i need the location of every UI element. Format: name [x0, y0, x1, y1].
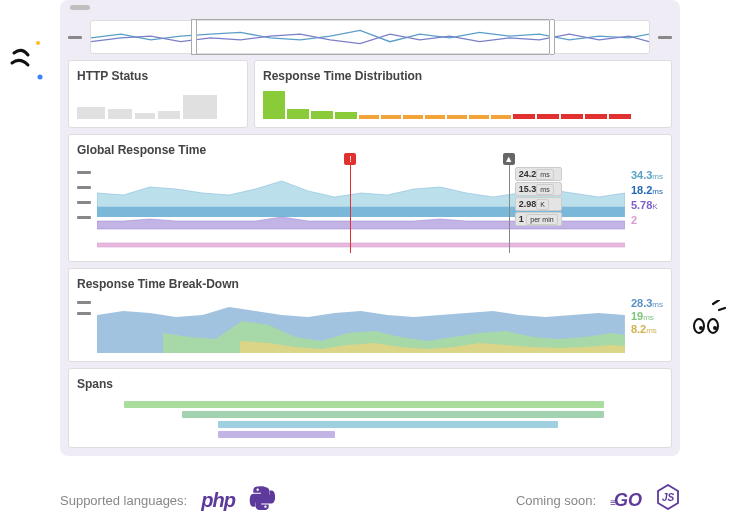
grt-value-3: 5.78K	[631, 199, 663, 211]
span-bar[interactable]	[218, 421, 558, 428]
grt-chart: ! ▲ 24.2ms 15.3ms 2.98K 1 per min	[97, 163, 625, 253]
rtbd-series-toggle-2[interactable]	[77, 312, 91, 315]
timeline-handle-left[interactable]	[191, 19, 197, 55]
rtbd-chart	[97, 297, 625, 353]
decorative-dots	[8, 35, 48, 89]
php-icon: php	[201, 489, 235, 512]
svg-point-3	[699, 326, 703, 330]
svg-point-1	[38, 75, 43, 80]
readout-2: 15.3ms	[515, 182, 562, 196]
timeline-toggle-right[interactable]	[658, 36, 672, 39]
alert-marker[interactable]: !	[350, 163, 351, 253]
http-status-panel: HTTP Status	[68, 60, 248, 128]
grt-series-toggle-4[interactable]	[77, 216, 91, 219]
span-bar[interactable]	[182, 411, 604, 418]
rtbd-title: Response Time Break-Down	[77, 277, 663, 291]
timeline-chart[interactable]	[90, 20, 650, 54]
grt-value-4: 2	[631, 214, 663, 226]
spans-chart	[77, 397, 663, 439]
resp-dist-title: Response Time Distribution	[263, 69, 663, 83]
timeline-handle-right[interactable]	[549, 19, 555, 55]
svg-point-0	[36, 41, 40, 45]
nodejs-icon: JS	[656, 484, 680, 516]
resp-dist-chart	[263, 89, 663, 119]
rtbd-value-1: 28.3ms	[631, 297, 663, 309]
coming-soon-label: Coming soon:	[516, 493, 596, 508]
grt-series-toggle-1[interactable]	[77, 171, 91, 174]
rtbd-value-2: 19ms	[631, 310, 663, 322]
response-time-distribution-panel: Response Time Distribution	[254, 60, 672, 128]
grt-series-toggle-3[interactable]	[77, 201, 91, 204]
svg-point-4	[708, 319, 718, 333]
rocket-icon: ▲	[503, 153, 515, 165]
spans-title: Spans	[77, 377, 663, 391]
grt-title: Global Response Time	[77, 143, 663, 157]
footer: Supported languages: php Coming soon: ≡G…	[60, 484, 680, 516]
grt-readout: 24.2ms 15.3ms 2.98K 1 per min	[515, 167, 562, 226]
dashboard-window: HTTP Status Response Time Distribution	[60, 0, 680, 456]
svg-point-5	[713, 326, 717, 330]
titlebar-pill	[70, 5, 90, 10]
response-time-breakdown-panel: Response Time Break-Down 28.3ms 19ms	[68, 268, 672, 362]
readout-4: 1 per min	[515, 212, 562, 226]
rtbd-series-toggle-1[interactable]	[77, 301, 91, 304]
grt-value-1: 34.3ms	[631, 169, 663, 181]
spans-panel: Spans	[68, 368, 672, 448]
grt-value-2: 18.2ms	[631, 184, 663, 196]
timeline-row	[60, 14, 680, 60]
deploy-marker[interactable]: ▲	[509, 163, 510, 253]
global-response-time-panel: Global Response Time !	[68, 134, 672, 262]
timeline-toggle-left[interactable]	[68, 36, 82, 39]
readout-3: 2.98K	[515, 197, 562, 211]
python-icon	[249, 484, 275, 516]
decorative-eyes	[689, 300, 729, 345]
window-titlebar	[60, 0, 680, 14]
svg-point-2	[694, 319, 704, 333]
http-status-title: HTTP Status	[77, 69, 239, 83]
alert-icon: !	[344, 153, 356, 165]
go-icon: ≡GO	[610, 490, 642, 511]
span-bar[interactable]	[218, 431, 335, 438]
span-bar[interactable]	[124, 401, 605, 408]
svg-text:JS: JS	[662, 492, 675, 503]
grt-series-toggle-2[interactable]	[77, 186, 91, 189]
http-status-chart	[77, 89, 239, 119]
supported-languages-label: Supported languages:	[60, 493, 187, 508]
rtbd-value-3: 8.2ms	[631, 323, 663, 335]
readout-1: 24.2ms	[515, 167, 562, 181]
